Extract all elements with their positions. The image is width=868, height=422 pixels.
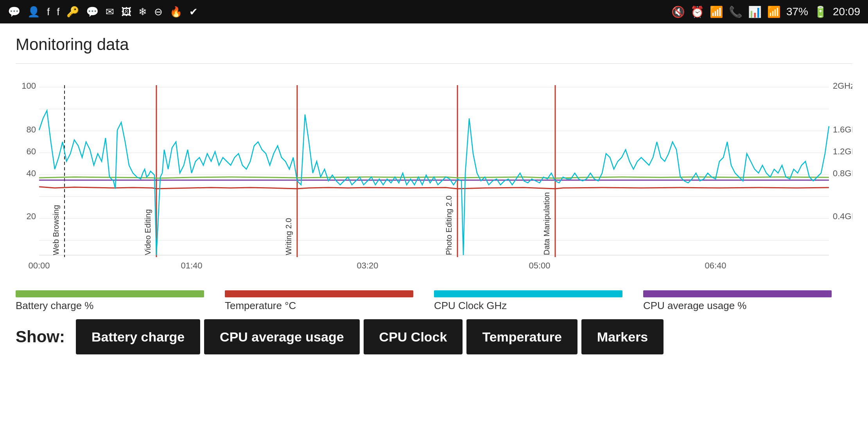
legend-cpu-clock-bar bbox=[434, 290, 622, 297]
status-bar: 💬 👤 f f 🔑 💬 ✉ 🖼 ❄ ⊖ 🔥 ✔ 🔇 ⏰ 📶 📞 📊 📶 37% … bbox=[0, 0, 868, 23]
chart-svg: 100 80 60 40 20 2GHz 1.6GHz 1.2GHz 0.8GH… bbox=[16, 64, 852, 283]
bottom-bar: Show: Battery charge CPU average usage C… bbox=[0, 313, 868, 360]
svg-text:00:00: 00:00 bbox=[28, 261, 50, 270]
signal-bar-icon: 📊 bbox=[748, 5, 762, 18]
snowflake-icon: ❄ bbox=[138, 6, 147, 18]
svg-text:80: 80 bbox=[27, 125, 36, 134]
user-icon: 👤 bbox=[27, 6, 40, 18]
legend-battery-bar bbox=[16, 290, 204, 297]
legend-cpu-avg-bar bbox=[643, 290, 832, 297]
svg-text:05:00: 05:00 bbox=[529, 261, 550, 270]
image-icon: 🖼 bbox=[121, 6, 131, 18]
status-right: 🔇 ⏰ 📶 📞 📊 📶 37% 🔋 20:09 bbox=[671, 5, 860, 18]
svg-text:06:40: 06:40 bbox=[705, 261, 726, 270]
chart-legend: Battery charge % Temperature °C CPU Cloc… bbox=[16, 288, 852, 313]
chat-icon: 💬 bbox=[8, 6, 20, 18]
fb-icon: f bbox=[47, 6, 50, 18]
minus-icon: ⊖ bbox=[154, 6, 163, 18]
page-title: Monitoring data bbox=[16, 35, 852, 54]
svg-text:1.6GHz: 1.6GHz bbox=[833, 125, 852, 134]
svg-text:Photo Editing 2.0: Photo Editing 2.0 bbox=[445, 196, 453, 255]
legend-temp-label: Temperature °C bbox=[225, 300, 296, 312]
legend-battery: Battery charge % bbox=[16, 290, 225, 312]
mute-icon: 🔇 bbox=[671, 5, 685, 18]
signal-icon: 📶 bbox=[767, 5, 781, 18]
svg-text:Data Manipulation: Data Manipulation bbox=[542, 192, 551, 255]
fire-icon: 🔥 bbox=[170, 6, 182, 18]
svg-text:03:20: 03:20 bbox=[357, 261, 378, 270]
cpu-avg-button[interactable]: CPU average usage bbox=[204, 319, 360, 354]
svg-text:60: 60 bbox=[27, 147, 36, 156]
svg-text:0.4GHz: 0.4GHz bbox=[833, 211, 852, 221]
svg-text:20: 20 bbox=[27, 211, 36, 221]
legend-temp: Temperature °C bbox=[225, 290, 434, 312]
legend-temp-bar bbox=[225, 290, 413, 297]
svg-text:2GHz: 2GHz bbox=[833, 81, 852, 91]
legend-cpu-avg-label: CPU average usage % bbox=[643, 300, 746, 312]
show-label: Show: bbox=[16, 327, 65, 346]
mail-icon: ✉ bbox=[106, 6, 114, 18]
legend-cpu-clock-label: CPU Clock GHz bbox=[434, 300, 507, 312]
svg-text:1.2GHz: 1.2GHz bbox=[833, 147, 852, 156]
cpu-clock-button[interactable]: CPU Clock bbox=[364, 319, 463, 354]
phone-icon: 📞 bbox=[729, 5, 742, 18]
svg-text:0.8GHz: 0.8GHz bbox=[833, 168, 852, 178]
battery-charge-button[interactable]: Battery charge bbox=[76, 319, 200, 354]
svg-text:Web Browsing: Web Browsing bbox=[52, 205, 60, 255]
svg-text:100: 100 bbox=[22, 81, 36, 91]
legend-battery-label: Battery charge % bbox=[16, 300, 93, 312]
wifi-icon: 📶 bbox=[710, 5, 723, 18]
battery-percent: 37% bbox=[786, 5, 808, 18]
svg-text:01:40: 01:40 bbox=[181, 261, 202, 270]
status-left-icons: 💬 👤 f f 🔑 💬 ✉ 🖼 ❄ ⊖ 🔥 ✔ bbox=[8, 6, 198, 18]
key-icon: 🔑 bbox=[66, 6, 79, 18]
legend-cpu-clock: CPU Clock GHz bbox=[434, 290, 643, 312]
fb2-icon: f bbox=[57, 6, 59, 18]
markers-button[interactable]: Markers bbox=[581, 319, 664, 354]
main-content: Monitoring data 100 80 60 40 20 2GHz 1.6… bbox=[0, 23, 868, 313]
legend-cpu-avg: CPU average usage % bbox=[643, 290, 852, 312]
messenger-icon: 💬 bbox=[86, 6, 99, 18]
clock: 20:09 bbox=[833, 5, 860, 18]
check-icon: ✔ bbox=[189, 6, 198, 18]
chart-area: 100 80 60 40 20 2GHz 1.6GHz 1.2GHz 0.8GH… bbox=[16, 63, 852, 282]
svg-text:40: 40 bbox=[27, 168, 36, 178]
svg-text:Video Editing: Video Editing bbox=[143, 209, 152, 256]
svg-text:Writing 2.0: Writing 2.0 bbox=[284, 218, 293, 255]
alarm-icon: ⏰ bbox=[690, 5, 704, 18]
temperature-button[interactable]: Temperature bbox=[466, 319, 577, 354]
battery-icon: 🔋 bbox=[814, 5, 827, 18]
